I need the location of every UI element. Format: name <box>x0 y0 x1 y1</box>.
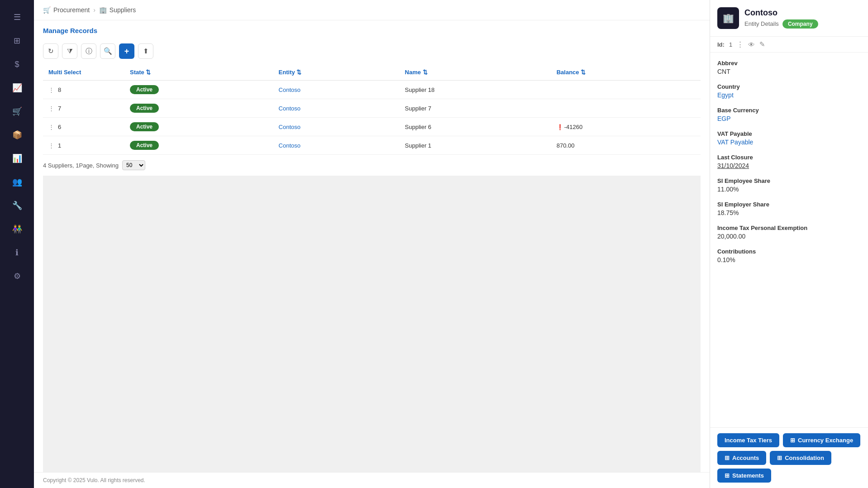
content-inner: Manage Records ↻ ⧩ ⓘ 🔍 + ⬆ Multi Select … <box>34 20 710 472</box>
toolbar: ↻ ⧩ ⓘ 🔍 + ⬆ <box>43 38 701 64</box>
status-badge: Active <box>130 104 159 113</box>
table-footer: 4 Suppliers, 1Page, Showing 50 25 100 <box>43 155 701 176</box>
accounts-button[interactable]: ⊞ Accounts <box>717 451 766 465</box>
breadcrumb-procurement[interactable]: 🛒 Procurement <box>43 6 90 14</box>
manage-records-title: Manage Records <box>43 22 701 38</box>
footer-text: 4 Suppliers, 1Page, Showing <box>43 162 119 169</box>
panel-meta: Id: 1 ⋮ 👁 ✎ <box>710 37 868 53</box>
settings-icon[interactable]: ⚙ <box>7 266 27 286</box>
row-state-cell: Active <box>124 81 273 99</box>
contributions-value: 0.10% <box>717 256 861 263</box>
bar-chart-icon[interactable]: 📊 <box>7 148 27 168</box>
info-icon[interactable]: ℹ <box>7 243 27 263</box>
abbrev-label: Abbrev <box>717 60 861 67</box>
table-row: ⋮8ActiveContosoSupplier 18 <box>43 81 701 99</box>
currency-exchange-button[interactable]: ⊞ Currency Exchange <box>783 433 860 447</box>
export-button[interactable]: ⬆ <box>138 43 153 59</box>
income-tax-label: Income Tax Personal Exemption <box>717 225 861 231</box>
row-id-cell: ⋮1 <box>43 136 124 155</box>
tools-icon[interactable]: 🔧 <box>7 196 27 215</box>
add-button[interactable]: + <box>119 43 134 59</box>
base-currency-value[interactable]: EGP <box>717 115 861 122</box>
consolidation-button[interactable]: ⊞ Consolidation <box>770 451 831 465</box>
col-multi-select[interactable]: Multi Select <box>43 64 124 81</box>
view-icon[interactable]: 👁 <box>748 41 755 48</box>
field-contributions: Contributions 0.10% <box>717 248 861 263</box>
balance-value: 870.00 <box>557 142 575 149</box>
entity-link[interactable]: Contoso <box>279 142 300 149</box>
base-currency-label: Base Currency <box>717 107 861 114</box>
row-entity-cell: Contoso <box>273 99 400 118</box>
row-id-cell: ⋮6 <box>43 118 124 136</box>
panel-id-value: 1 <box>729 41 732 48</box>
row-balance-cell <box>551 81 701 99</box>
income-tax-tiers-button[interactable]: Income Tax Tiers <box>717 433 779 447</box>
row-name-cell: Supplier 7 <box>400 99 551 118</box>
edit-icon[interactable]: ✎ <box>759 40 765 48</box>
contributions-label: Contributions <box>717 248 861 255</box>
si-employer-share-label: SI Employer Share <box>717 201 861 208</box>
currency-exchange-label: Currency Exchange <box>798 437 853 444</box>
balance-value: -41260 <box>564 124 582 130</box>
row-id-cell: ⋮8 <box>43 81 124 99</box>
vat-payable-value[interactable]: VAT Payable <box>717 139 861 146</box>
cart-icon[interactable]: 🛒 <box>7 101 27 121</box>
suppliers-table: Multi Select State ⇅ Entity ⇅ Name ⇅ Bal… <box>43 64 701 155</box>
status-badge: Active <box>130 122 159 131</box>
breadcrumb-suppliers[interactable]: 🏢 Suppliers <box>99 6 136 14</box>
panel-header: 🏢 Contoso Entity Details Company <box>710 0 868 37</box>
more-options-icon[interactable]: ⋮ <box>737 40 744 48</box>
row-balance-cell: ❗-41260 <box>551 118 701 136</box>
accounts-icon: ⊞ <box>725 455 730 461</box>
field-vat-payable: VAT Payable VAT Payable <box>717 130 861 146</box>
dashboard-icon[interactable]: ⊞ <box>7 31 27 51</box>
statements-icon: ⊞ <box>725 472 730 479</box>
field-income-tax: Income Tax Personal Exemption 20,000.00 <box>717 225 861 240</box>
field-si-employee-share: SI Employee Share 11.00% <box>717 177 861 193</box>
col-entity[interactable]: Entity ⇅ <box>273 64 400 81</box>
info-button[interactable]: ⓘ <box>81 43 96 59</box>
entity-details-label: Entity Details <box>744 20 779 27</box>
row-id: 6 <box>58 124 61 130</box>
copyright-text: Copyright © 2025 Vulo. All rights reserv… <box>43 477 145 483</box>
users-icon[interactable]: 👥 <box>7 172 27 192</box>
per-page-select[interactable]: 50 25 100 <box>122 160 145 170</box>
search-button[interactable]: 🔍 <box>100 43 115 59</box>
entity-link[interactable]: Contoso <box>279 86 300 93</box>
filter-button[interactable]: ⧩ <box>62 43 77 59</box>
entity-link[interactable]: Contoso <box>279 105 300 112</box>
refresh-button[interactable]: ↻ <box>43 43 58 59</box>
col-name[interactable]: Name ⇅ <box>400 64 551 81</box>
income-tax-value: 20,000.00 <box>717 233 861 240</box>
statements-button[interactable]: ⊞ Statements <box>717 469 771 483</box>
country-value[interactable]: Egypt <box>717 91 861 99</box>
manage-records-section: Manage Records <box>43 22 701 38</box>
finance-icon[interactable]: $ <box>7 54 27 74</box>
row-entity-cell: Contoso <box>273 81 400 99</box>
row-id: 8 <box>58 86 61 93</box>
row-menu[interactable]: ⋮ <box>48 105 54 112</box>
row-menu[interactable]: ⋮ <box>48 86 54 93</box>
entity-link[interactable]: Contoso <box>279 124 300 130</box>
row-balance-cell <box>551 99 701 118</box>
menu-icon[interactable]: ☰ <box>7 7 27 27</box>
col-state[interactable]: State ⇅ <box>124 64 273 81</box>
row-menu[interactable]: ⋮ <box>48 124 54 130</box>
si-employer-share-value: 18.75% <box>717 209 861 216</box>
gray-area <box>43 176 701 472</box>
chart-icon[interactable]: 📈 <box>7 78 27 98</box>
row-menu[interactable]: ⋮ <box>48 142 54 149</box>
entity-icon: 🏢 <box>717 7 739 29</box>
row-id: 7 <box>58 105 61 112</box>
group-icon[interactable]: 👫 <box>7 219 27 239</box>
row-balance-cell: 870.00 <box>551 136 701 155</box>
field-abbrev: Abbrev CNT <box>717 60 861 75</box>
breadcrumb: 🛒 Procurement › 🏢 Suppliers <box>34 0 710 20</box>
col-balance[interactable]: Balance ⇅ <box>551 64 701 81</box>
inventory-icon[interactable]: 📦 <box>7 125 27 145</box>
row-name-cell: Supplier 18 <box>400 81 551 99</box>
right-panel: 🏢 Contoso Entity Details Company Id: 1 ⋮… <box>710 0 868 488</box>
company-badge: Company <box>782 19 818 29</box>
entity-name: Contoso <box>744 8 818 18</box>
si-employee-share-value: 11.00% <box>717 186 861 193</box>
